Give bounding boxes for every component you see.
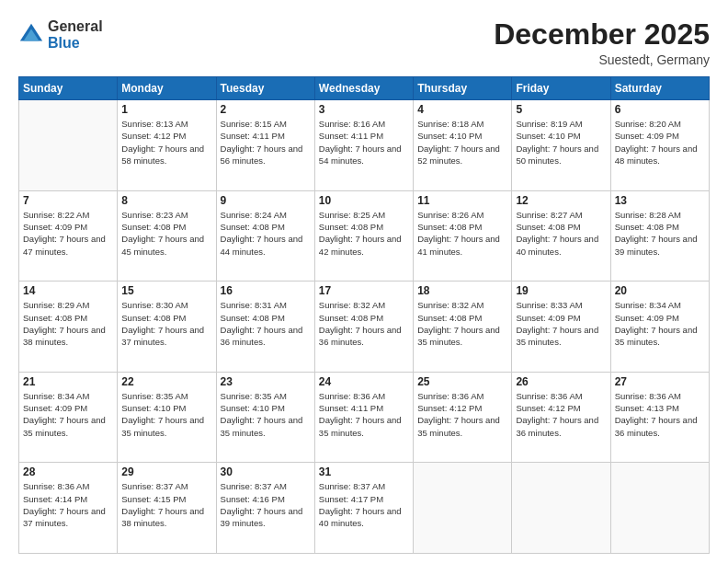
- cell-info: Sunrise: 8:35 AM Sunset: 4:10 PM Dayligh…: [121, 390, 211, 439]
- day-number: 27: [615, 375, 705, 388]
- calendar-cell: 21Sunrise: 8:34 AM Sunset: 4:09 PM Dayli…: [19, 372, 118, 463]
- calendar-cell: 6Sunrise: 8:20 AM Sunset: 4:09 PM Daylig…: [610, 100, 709, 191]
- calendar-cell: 9Sunrise: 8:24 AM Sunset: 4:08 PM Daylig…: [216, 190, 314, 282]
- cell-info: Sunrise: 8:28 AM Sunset: 4:08 PM Dayligh…: [615, 209, 705, 258]
- calendar-cell: 14Sunrise: 8:29 AM Sunset: 4:08 PM Dayli…: [19, 282, 118, 373]
- day-number: 14: [23, 284, 113, 297]
- cell-info: Sunrise: 8:19 AM Sunset: 4:10 PM Dayligh…: [516, 118, 606, 167]
- cell-info: Sunrise: 8:32 AM Sunset: 4:08 PM Dayligh…: [319, 299, 409, 348]
- header: General Blue December 2025 Suestedt, Ger…: [18, 18, 710, 67]
- logo-text: General Blue: [48, 18, 103, 51]
- calendar-cell: 11Sunrise: 8:26 AM Sunset: 4:08 PM Dayli…: [414, 190, 512, 282]
- day-number: 13: [615, 194, 705, 207]
- calendar-cell: 31Sunrise: 8:37 AM Sunset: 4:17 PM Dayli…: [314, 463, 413, 554]
- cell-info: Sunrise: 8:32 AM Sunset: 4:08 PM Dayligh…: [417, 299, 507, 348]
- day-number: 9: [221, 194, 311, 207]
- calendar-table: SundayMondayTuesdayWednesdayThursdayFrid…: [18, 76, 710, 554]
- logo-icon: [18, 22, 44, 48]
- cell-info: Sunrise: 8:34 AM Sunset: 4:09 PM Dayligh…: [615, 299, 705, 348]
- column-header-monday: Monday: [118, 77, 216, 100]
- column-header-thursday: Thursday: [414, 77, 512, 100]
- calendar-week-row: 21Sunrise: 8:34 AM Sunset: 4:09 PM Dayli…: [19, 372, 710, 463]
- cell-info: Sunrise: 8:26 AM Sunset: 4:08 PM Dayligh…: [417, 209, 507, 258]
- calendar-cell: 17Sunrise: 8:32 AM Sunset: 4:08 PM Dayli…: [314, 282, 413, 373]
- logo-blue-text: Blue: [48, 35, 103, 52]
- day-number: 11: [417, 194, 507, 207]
- cell-info: Sunrise: 8:35 AM Sunset: 4:10 PM Dayligh…: [221, 390, 311, 439]
- cell-info: Sunrise: 8:34 AM Sunset: 4:09 PM Dayligh…: [23, 390, 113, 439]
- cell-info: Sunrise: 8:36 AM Sunset: 4:14 PM Dayligh…: [23, 480, 113, 529]
- cell-info: Sunrise: 8:36 AM Sunset: 4:12 PM Dayligh…: [417, 390, 507, 439]
- day-number: 6: [615, 103, 705, 116]
- cell-info: Sunrise: 8:20 AM Sunset: 4:09 PM Dayligh…: [615, 118, 705, 167]
- column-header-friday: Friday: [512, 77, 610, 100]
- cell-info: Sunrise: 8:13 AM Sunset: 4:12 PM Dayligh…: [121, 118, 211, 167]
- calendar-header-row: SundayMondayTuesdayWednesdayThursdayFrid…: [19, 77, 710, 100]
- day-number: 3: [319, 103, 409, 116]
- cell-info: Sunrise: 8:25 AM Sunset: 4:08 PM Dayligh…: [319, 209, 409, 258]
- cell-info: Sunrise: 8:36 AM Sunset: 4:13 PM Dayligh…: [615, 390, 705, 439]
- calendar-cell: 1Sunrise: 8:13 AM Sunset: 4:12 PM Daylig…: [118, 100, 216, 191]
- calendar-cell: 19Sunrise: 8:33 AM Sunset: 4:09 PM Dayli…: [512, 282, 610, 373]
- calendar-cell: [512, 463, 610, 554]
- cell-info: Sunrise: 8:22 AM Sunset: 4:09 PM Dayligh…: [23, 209, 113, 258]
- calendar-cell: 26Sunrise: 8:36 AM Sunset: 4:12 PM Dayli…: [512, 372, 610, 463]
- calendar-week-row: 7Sunrise: 8:22 AM Sunset: 4:09 PM Daylig…: [19, 190, 710, 282]
- cell-info: Sunrise: 8:36 AM Sunset: 4:12 PM Dayligh…: [516, 390, 606, 439]
- cell-info: Sunrise: 8:30 AM Sunset: 4:08 PM Dayligh…: [121, 299, 211, 348]
- day-number: 20: [615, 284, 705, 297]
- calendar-cell: 2Sunrise: 8:15 AM Sunset: 4:11 PM Daylig…: [216, 100, 314, 191]
- calendar-cell: [414, 463, 512, 554]
- calendar-cell: 18Sunrise: 8:32 AM Sunset: 4:08 PM Dayli…: [414, 282, 512, 373]
- calendar-cell: 4Sunrise: 8:18 AM Sunset: 4:10 PM Daylig…: [414, 100, 512, 191]
- cell-info: Sunrise: 8:23 AM Sunset: 4:08 PM Dayligh…: [121, 209, 211, 258]
- cell-info: Sunrise: 8:37 AM Sunset: 4:17 PM Dayligh…: [319, 480, 409, 529]
- day-number: 15: [121, 284, 211, 297]
- calendar-week-row: 28Sunrise: 8:36 AM Sunset: 4:14 PM Dayli…: [19, 463, 710, 554]
- cell-info: Sunrise: 8:29 AM Sunset: 4:08 PM Dayligh…: [23, 299, 113, 348]
- day-number: 10: [319, 194, 409, 207]
- day-number: 1: [121, 103, 211, 116]
- day-number: 5: [516, 103, 606, 116]
- day-number: 17: [319, 284, 409, 297]
- calendar-cell: 7Sunrise: 8:22 AM Sunset: 4:09 PM Daylig…: [19, 190, 118, 282]
- day-number: 4: [417, 103, 507, 116]
- day-number: 19: [516, 284, 606, 297]
- day-number: 7: [23, 194, 113, 207]
- day-number: 16: [221, 284, 311, 297]
- calendar-cell: 25Sunrise: 8:36 AM Sunset: 4:12 PM Dayli…: [414, 372, 512, 463]
- day-number: 31: [319, 465, 409, 478]
- calendar-cell: 15Sunrise: 8:30 AM Sunset: 4:08 PM Dayli…: [118, 282, 216, 373]
- day-number: 24: [319, 375, 409, 388]
- cell-info: Sunrise: 8:18 AM Sunset: 4:10 PM Dayligh…: [417, 118, 507, 167]
- calendar-cell: 20Sunrise: 8:34 AM Sunset: 4:09 PM Dayli…: [610, 282, 709, 373]
- cell-info: Sunrise: 8:36 AM Sunset: 4:11 PM Dayligh…: [319, 390, 409, 439]
- cell-info: Sunrise: 8:37 AM Sunset: 4:16 PM Dayligh…: [221, 480, 311, 529]
- calendar-page: General Blue December 2025 Suestedt, Ger…: [0, 0, 728, 563]
- calendar-cell: 8Sunrise: 8:23 AM Sunset: 4:08 PM Daylig…: [118, 190, 216, 282]
- day-number: 8: [121, 194, 211, 207]
- cell-info: Sunrise: 8:16 AM Sunset: 4:11 PM Dayligh…: [319, 118, 409, 167]
- calendar-cell: 28Sunrise: 8:36 AM Sunset: 4:14 PM Dayli…: [19, 463, 118, 554]
- day-number: 29: [121, 465, 211, 478]
- calendar-cell: 23Sunrise: 8:35 AM Sunset: 4:10 PM Dayli…: [216, 372, 314, 463]
- calendar-cell: 5Sunrise: 8:19 AM Sunset: 4:10 PM Daylig…: [512, 100, 610, 191]
- calendar-cell: [19, 100, 118, 191]
- calendar-cell: 3Sunrise: 8:16 AM Sunset: 4:11 PM Daylig…: [314, 100, 413, 191]
- calendar-cell: 16Sunrise: 8:31 AM Sunset: 4:08 PM Dayli…: [216, 282, 314, 373]
- cell-info: Sunrise: 8:27 AM Sunset: 4:08 PM Dayligh…: [516, 209, 606, 258]
- cell-info: Sunrise: 8:33 AM Sunset: 4:09 PM Dayligh…: [516, 299, 606, 348]
- title-block: December 2025 Suestedt, Germany: [494, 18, 710, 67]
- calendar-cell: 13Sunrise: 8:28 AM Sunset: 4:08 PM Dayli…: [610, 190, 709, 282]
- logo-general-text: General: [48, 18, 103, 35]
- calendar-cell: 24Sunrise: 8:36 AM Sunset: 4:11 PM Dayli…: [314, 372, 413, 463]
- cell-info: Sunrise: 8:31 AM Sunset: 4:08 PM Dayligh…: [221, 299, 311, 348]
- location-subtitle: Suestedt, Germany: [494, 52, 710, 67]
- day-number: 28: [23, 465, 113, 478]
- calendar-cell: 22Sunrise: 8:35 AM Sunset: 4:10 PM Dayli…: [118, 372, 216, 463]
- calendar-cell: [610, 463, 709, 554]
- cell-info: Sunrise: 8:15 AM Sunset: 4:11 PM Dayligh…: [221, 118, 311, 167]
- calendar-week-row: 1Sunrise: 8:13 AM Sunset: 4:12 PM Daylig…: [19, 100, 710, 191]
- cell-info: Sunrise: 8:24 AM Sunset: 4:08 PM Dayligh…: [221, 209, 311, 258]
- calendar-week-row: 14Sunrise: 8:29 AM Sunset: 4:08 PM Dayli…: [19, 282, 710, 373]
